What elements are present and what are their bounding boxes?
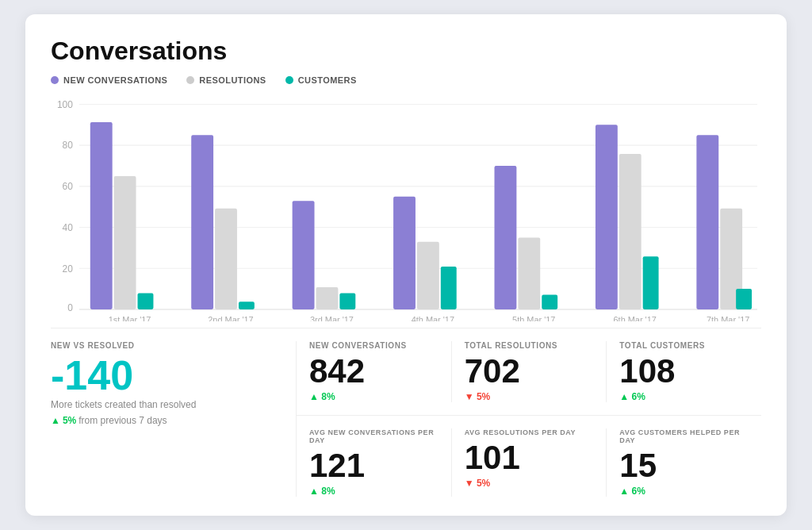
avg-customers-change-value: ▲ 6% [619,486,645,497]
svg-rect-17 [215,209,237,309]
avg-resolutions-value: 101 [465,441,594,474]
total-customers-value: 108 [619,355,749,388]
svg-text:6th Mar '17: 6th Mar '17 [614,315,657,321]
bar-chart: 100 80 60 40 20 0 1st Mar '17 [51,99,761,321]
svg-rect-30 [542,295,557,309]
total-resolutions-change: ▼ 5% [465,391,594,402]
total-customers-block: TOTAL CUSTOMERS 108 ▲ 6% [607,341,761,402]
svg-rect-18 [239,301,255,309]
right-stats-top: NEW CONVERSATIONS 842 ▲ 8% TOTAL RESOLUT… [297,341,761,416]
legend-new-conversations: NEW CONVERSATIONS [51,75,167,85]
legend-resolutions: RESOLUTIONS [186,75,266,85]
svg-rect-29 [518,237,540,309]
legend-label-resolutions: RESOLUTIONS [199,75,266,85]
total-customers-change: ▲ 6% [619,391,749,402]
svg-rect-24 [393,197,416,309]
svg-text:40: 40 [63,221,73,233]
new-vs-resolved-change-value: 5% [63,415,76,426]
new-vs-resolved-change: ▲ 5% from previous 7 days [51,415,283,426]
svg-rect-34 [643,256,659,309]
avg-new-change-value: ▲ 8% [309,486,335,497]
svg-text:2nd Mar '17: 2nd Mar '17 [208,315,253,321]
avg-new-block: AVG NEW CONVERSATIONS PER DAY 121 ▲ 8% [297,428,452,497]
new-conversations-change: ▲ 8% [309,391,439,402]
new-conversations-label: NEW CONVERSATIONS [309,341,439,350]
new-vs-resolved-block: NEW VS RESOLVED -140 More tickets create… [51,341,297,497]
legend-label-customers: CUSTOMERS [298,75,357,85]
new-vs-resolved-desc: More tickets created than resolved [51,399,283,410]
svg-rect-21 [316,287,339,309]
svg-text:0: 0 [67,302,73,314]
new-vs-resolved-label: NEW VS RESOLVED [51,341,283,350]
chart-legend: NEW CONVERSATIONS RESOLUTIONS CUSTOMERS [51,75,761,85]
svg-text:4th Mar '17: 4th Mar '17 [412,315,454,321]
new-vs-resolved-change-label: from previous 7 days [79,415,167,426]
svg-text:1st Mar '17: 1st Mar '17 [109,315,151,321]
legend-dot-customers [285,76,293,84]
conversations-card: Conversations NEW CONVERSATIONS RESOLUTI… [25,14,787,516]
avg-resolutions-block: AVG RESOLUTIONS PER DAY 101 ▼ 5% [452,428,607,497]
total-resolutions-label: TOTAL RESOLUTIONS [465,341,594,350]
legend-label-new: NEW CONVERSATIONS [63,75,167,85]
avg-new-value: 121 [309,449,439,482]
stats-row: NEW VS RESOLVED -140 More tickets create… [51,328,761,497]
avg-customers-change: ▲ 6% [619,486,749,497]
svg-text:60: 60 [63,181,73,193]
svg-rect-25 [417,242,439,309]
avg-customers-block: AVG CUSTOMERS HELPED PER DAY 15 ▲ 6% [607,428,761,497]
new-conversations-block: NEW CONVERSATIONS 842 ▲ 8% [297,341,452,402]
svg-text:100: 100 [57,99,73,110]
svg-rect-22 [339,293,355,309]
total-customers-change-value: ▲ 6% [619,391,645,402]
page-title: Conversations [51,36,761,66]
svg-rect-16 [191,135,213,309]
svg-rect-14 [138,293,154,309]
avg-new-label: AVG NEW CONVERSATIONS PER DAY [309,428,439,444]
avg-resolutions-change: ▼ 5% [465,478,594,489]
svg-rect-26 [441,267,457,309]
svg-rect-13 [114,176,136,309]
legend-dot-new [51,76,59,84]
svg-rect-36 [696,135,718,309]
total-resolutions-block: TOTAL RESOLUTIONS 702 ▼ 5% [452,341,607,402]
right-stats-bottom: AVG NEW CONVERSATIONS PER DAY 121 ▲ 8% A… [297,428,761,497]
svg-rect-38 [736,289,752,309]
avg-customers-value: 15 [619,449,749,482]
chart-svg: 100 80 60 40 20 0 1st Mar '17 [51,99,761,321]
arrow-up-icon: ▲ [51,415,60,426]
svg-rect-32 [596,125,618,309]
right-stats: NEW CONVERSATIONS 842 ▲ 8% TOTAL RESOLUT… [297,341,761,497]
new-conversations-change-value: ▲ 8% [309,391,335,402]
svg-rect-28 [495,166,517,309]
svg-text:7th Mar '17: 7th Mar '17 [707,315,749,321]
new-vs-resolved-value: -140 [51,355,283,396]
avg-new-change: ▲ 8% [309,486,439,497]
svg-rect-33 [619,154,642,309]
svg-text:80: 80 [63,140,73,152]
svg-rect-20 [293,201,315,309]
total-resolutions-change-value: ▼ 5% [465,391,491,402]
svg-text:20: 20 [63,263,73,275]
svg-text:5th Mar '17: 5th Mar '17 [512,315,555,321]
total-customers-label: TOTAL CUSTOMERS [619,341,749,350]
legend-customers: CUSTOMERS [285,75,357,85]
total-resolutions-value: 702 [465,355,594,388]
new-conversations-value: 842 [309,355,439,388]
legend-dot-resolutions [186,76,194,84]
avg-resolutions-change-value: ▼ 5% [465,478,491,489]
avg-customers-label: AVG CUSTOMERS HELPED PER DAY [619,428,749,444]
svg-text:3rd Mar '17: 3rd Mar '17 [310,315,354,321]
avg-resolutions-label: AVG RESOLUTIONS PER DAY [465,428,594,436]
svg-rect-12 [90,122,113,309]
